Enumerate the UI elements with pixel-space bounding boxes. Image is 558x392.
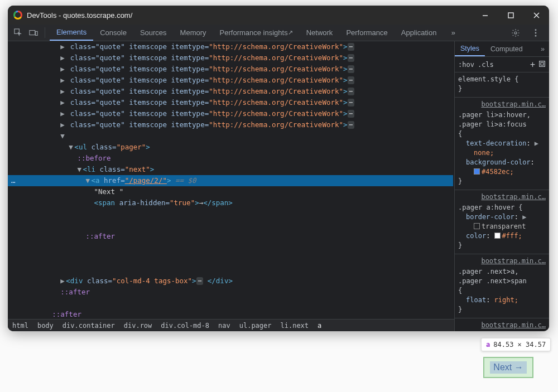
dom-node[interactable] <box>8 220 453 231</box>
tab-elements[interactable]: Elements <box>50 25 93 41</box>
toolbar-divider <box>45 27 45 38</box>
crumb-a[interactable]: a <box>318 320 321 331</box>
css-rule[interactable]: bootstrap.min.c… <box>455 318 549 331</box>
devtools-tabs: ElementsConsoleSourcesMemoryPerformance … <box>50 25 443 41</box>
styles-filter-bar: :hov .cls + <box>455 57 549 72</box>
element-tooltip: a84.53 × 34.57 <box>481 338 551 351</box>
dom-node[interactable]: ▶ class="quote" itemscope itemtype="http… <box>8 119 453 130</box>
minimize-button[interactable] <box>472 6 498 25</box>
crumb-div-row[interactable]: div.row <box>124 320 152 331</box>
tab-performance[interactable]: Performance <box>339 25 394 41</box>
svg-rect-11 <box>540 61 545 66</box>
tabs-overflow-button[interactable]: » <box>445 25 461 41</box>
tab-styles[interactable]: Styles <box>455 41 485 56</box>
svg-point-10 <box>535 35 537 36</box>
window-title: DevTools - quotes.toscrape.com/ <box>27 11 132 20</box>
tab-memory[interactable]: Memory <box>174 25 213 41</box>
styles-tabs: Styles Computed » <box>455 41 549 57</box>
kebab-menu-icon[interactable] <box>529 29 542 37</box>
dom-node[interactable]: ::after <box>8 231 453 242</box>
dom-panel: ▶ class="quote" itemscope itemtype="http… <box>8 41 454 331</box>
breadcrumb[interactable]: htmlbodydiv.containerdiv.rowdiv.col-md-8… <box>8 319 454 331</box>
dom-node[interactable]: … ▼<a href="/page/2/"> == $0 <box>8 175 453 186</box>
dom-node[interactable] <box>8 264 453 275</box>
dom-node[interactable] <box>8 253 453 264</box>
dom-node[interactable]: ▼<ul class="pager"> <box>8 142 453 153</box>
dom-node[interactable]: ▶<div class="col-md-4 tags-box">⋯ </div> <box>8 275 453 287</box>
styles-rules[interactable]: element.style {}bootstrap.min.c….pager l… <box>455 72 549 331</box>
dom-node[interactable]: ::before <box>8 153 453 164</box>
chrome-icon <box>13 11 22 20</box>
dom-node[interactable]: ▼<li class="next"> <box>8 164 453 175</box>
dom-node[interactable]: <span aria-hidden="true">→</span> <box>8 197 453 209</box>
crumb-ul-pager[interactable]: ul.pager <box>239 320 272 331</box>
dom-node[interactable]: ::after <box>8 309 453 319</box>
dom-node[interactable] <box>8 209 453 220</box>
tooltip-tag: a <box>486 341 493 349</box>
dom-node[interactable]: ▼ <box>8 130 453 142</box>
tab-console[interactable]: Console <box>93 25 133 41</box>
crumb-div-container[interactable]: div.container <box>62 320 115 331</box>
dom-node[interactable]: ▶ class="quote" itemscope itemtype="http… <box>8 86 453 97</box>
window-controls <box>472 6 549 25</box>
dom-node[interactable]: ▶ class="quote" itemscope itemtype="http… <box>8 97 453 108</box>
crumb-nav[interactable]: nav <box>218 320 230 331</box>
inspect-icon[interactable] <box>11 25 25 41</box>
css-rule[interactable]: element.style {} <box>455 72 549 98</box>
crumb-li-next[interactable]: li.next <box>281 320 309 331</box>
tooltip-dims: 84.53 × 34.57 <box>493 341 546 349</box>
titlebar: DevTools - quotes.toscrape.com/ <box>8 6 549 25</box>
dom-node[interactable]: ▶ class="quote" itemscope itemtype="http… <box>8 108 453 119</box>
dom-node[interactable]: ▶ class="quote" itemscope itemtype="http… <box>8 41 453 52</box>
new-style-rule-icon[interactable]: + <box>530 60 535 70</box>
dom-node[interactable]: "Next " <box>8 186 453 197</box>
svg-rect-12 <box>541 62 543 65</box>
css-rule[interactable]: bootstrap.min.c….pager li>a:hover, .page… <box>455 98 549 190</box>
svg-rect-5 <box>30 30 35 35</box>
svg-point-9 <box>535 32 537 33</box>
css-rule[interactable]: bootstrap.min.c….pager .next>a, .pager .… <box>455 254 549 318</box>
dom-node[interactable]: ▶ class="quote" itemscope itemtype="http… <box>8 64 453 75</box>
styles-panel: Styles Computed » :hov .cls + element.st… <box>454 41 549 331</box>
computed-styles-icon[interactable] <box>538 60 546 69</box>
svg-point-7 <box>514 32 517 34</box>
hov-toggle[interactable]: :hov <box>458 61 474 69</box>
page-next-button[interactable]: Next → <box>483 357 533 378</box>
main-area: ▶ class="quote" itemscope itemtype="http… <box>8 41 549 331</box>
dom-node[interactable]: ▶ class="quote" itemscope itemtype="http… <box>8 52 453 64</box>
dom-tree[interactable]: ▶ class="quote" itemscope itemtype="http… <box>8 41 454 319</box>
dom-node[interactable] <box>8 242 453 253</box>
crumb-html[interactable]: html <box>12 320 28 331</box>
css-rule[interactable]: bootstrap.min.c….pager a:hover {border-c… <box>455 190 549 254</box>
svg-rect-6 <box>36 31 38 35</box>
devtools-toolbar: ElementsConsoleSourcesMemoryPerformance … <box>8 25 549 41</box>
dom-node[interactable] <box>8 298 453 309</box>
crumb-body[interactable]: body <box>37 320 54 331</box>
devtools-window: DevTools - quotes.toscrape.com/ Elements… <box>8 6 549 331</box>
tab-network[interactable]: Network <box>300 25 340 41</box>
cls-toggle[interactable]: .cls <box>478 61 494 69</box>
tab-sources[interactable]: Sources <box>133 25 174 41</box>
dom-node[interactable]: ::after <box>8 287 453 298</box>
tab-application[interactable]: Application <box>395 25 444 41</box>
maximize-button[interactable] <box>498 6 523 25</box>
svg-point-8 <box>535 29 537 31</box>
dom-node[interactable]: ▶ class="quote" itemscope itemtype="http… <box>8 75 453 86</box>
device-icon[interactable] <box>27 25 40 41</box>
styles-tabs-overflow[interactable]: » <box>536 41 549 56</box>
crumb-div-col-md-8[interactable]: div.col-md-8 <box>161 320 209 331</box>
tab-performance-insights[interactable]: Performance insights ↗ <box>213 25 300 41</box>
settings-icon[interactable] <box>509 28 522 37</box>
tab-computed[interactable]: Computed <box>485 41 528 56</box>
close-button[interactable] <box>523 6 549 25</box>
page-next-label: Next → <box>490 361 526 374</box>
svg-rect-1 <box>508 13 513 18</box>
